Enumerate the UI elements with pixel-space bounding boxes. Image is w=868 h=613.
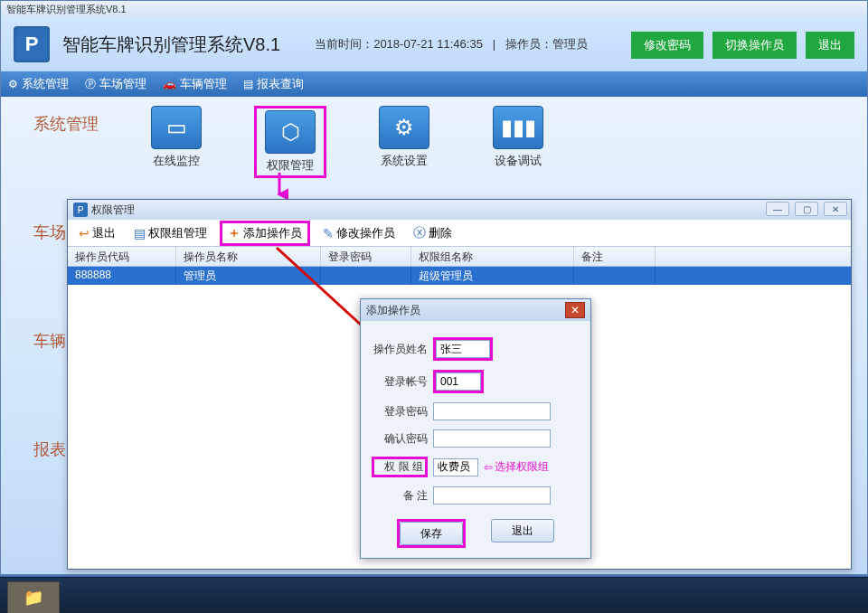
taskbar-folder-icon[interactable]: 📁 [7,581,60,613]
nav-system[interactable]: ⚙系统管理 [8,76,69,92]
table-row[interactable]: 888888 管理员 超级管理员 [68,267,851,285]
save-button[interactable]: 保存 [400,522,463,545]
add-operator-dialog: 添加操作员 ✕ 操作员姓名 登录帐号 登录密码 确认密码 权 限 组 [360,298,591,559]
remark-input[interactable] [433,486,551,505]
col-remark: 备注 [574,247,656,266]
tile-system-settings[interactable]: ⚙ 系统设置 [368,106,440,178]
label-account: 登录帐号 [372,374,428,390]
app-title: 智能车牌识别管理系统V8.1 [62,33,280,57]
exit-arrow-icon: ↩ [79,226,90,240]
parking-icon: P [25,33,39,56]
app-header: P 智能车牌识别管理系统V8.1 当前时间：2018-07-21 11:46:3… [1,17,867,71]
report-icon: ▤ [243,78,253,90]
tool-add-operator[interactable]: ＋ 添加操作员 [220,221,310,246]
app-titlebar: 智能车牌识别管理系统V8.1 [1,1,867,17]
taskbar: 📁 [0,577,868,613]
change-password-button[interactable]: 修改密码 [631,32,703,59]
confirm-password-input[interactable] [433,429,551,448]
header-time: 当前时间：2018-07-21 11:46:35 | 操作员：管理员 [315,36,588,52]
label-remark: 备 注 [372,488,428,504]
app-logo: P [14,26,50,62]
password-input[interactable] [433,402,551,420]
dialog-close-button[interactable]: ✕ [565,302,585,318]
section-park-label: 车场 [33,222,66,243]
tool-group-mgmt[interactable]: ▤ 权限组管理 [128,223,212,243]
label-password: 登录密码 [372,404,428,420]
col-name: 操作员名称 [176,247,321,266]
window-title: 智能车牌识别管理系统V8.1 [6,4,127,14]
tool-exit[interactable]: ↩ 退出 [73,223,121,243]
section-vehicle-label: 车辆 [33,330,66,352]
nav-vehicle[interactable]: 🚗车辆管理 [163,76,227,92]
parking-small-icon: P [73,203,88,217]
tile-online-monitor[interactable]: ▭ 在线监控 [140,106,212,178]
label-perm-group: 权 限 组 [372,457,428,477]
select-group-hint: ⇦ 选择权限组 [484,459,549,475]
plus-icon: ＋ [228,225,241,241]
perm-group-input[interactable] [433,458,478,476]
dialog-titlebar: 添加操作员 ✕ [361,299,590,321]
section-report-label: 报表 [33,439,66,460]
arrow-left-icon: ⇦ [484,461,493,474]
col-code: 操作员代码 [68,247,176,266]
cog-icon: ⚙ [379,106,429,149]
list-icon: ▤ [134,226,146,240]
exit-app-button[interactable]: 退出 [806,32,854,59]
tile-device-debug[interactable]: ▮▮▮ 设备调试 [482,106,554,178]
pencil-icon: ✎ [323,226,334,240]
tool-delete[interactable]: ⓧ 删除 [408,223,458,243]
meter-icon: ▮▮▮ [493,106,543,149]
account-input[interactable] [436,373,481,391]
close-subwin-button[interactable]: ✕ [824,202,847,216]
hierarchy-icon: ⬡ [265,110,316,154]
app-nav: ⚙系统管理 Ⓟ车场管理 🚗车辆管理 ▤报表查询 [1,71,867,97]
col-group: 权限组名称 [411,247,574,266]
col-pwd: 登录密码 [321,247,411,266]
car-icon: 🚗 [163,78,176,90]
minimize-button[interactable]: — [766,202,789,216]
tool-edit-operator[interactable]: ✎ 修改操作员 [317,223,401,243]
tile-permission-mgmt[interactable]: ⬡ 权限管理 [254,106,326,178]
operator-name-input[interactable] [436,340,490,358]
permission-toolbar: ↩ 退出 ▤ 权限组管理 ＋ 添加操作员 ✎ 修改操作员 ⓧ 删除 [68,220,851,247]
maximize-button[interactable]: ▢ [795,202,818,216]
section-system-label: 系统管理 [33,113,99,135]
nav-report[interactable]: ▤报表查询 [243,76,304,92]
label-operator-name: 操作员姓名 [372,342,428,357]
label-confirm-password: 确认密码 [372,431,428,447]
delete-x-icon: ⓧ [413,225,426,241]
parking-p-icon: Ⓟ [85,77,96,92]
nav-park[interactable]: Ⓟ车场管理 [85,76,146,92]
permission-window-titlebar: P 权限管理 — ▢ ✕ [68,200,851,220]
gear-icon: ⚙ [8,78,18,90]
dialog-exit-button[interactable]: 退出 [491,519,554,542]
switch-operator-button[interactable]: 切换操作员 [712,32,797,59]
camera-icon: ▭ [151,106,202,149]
